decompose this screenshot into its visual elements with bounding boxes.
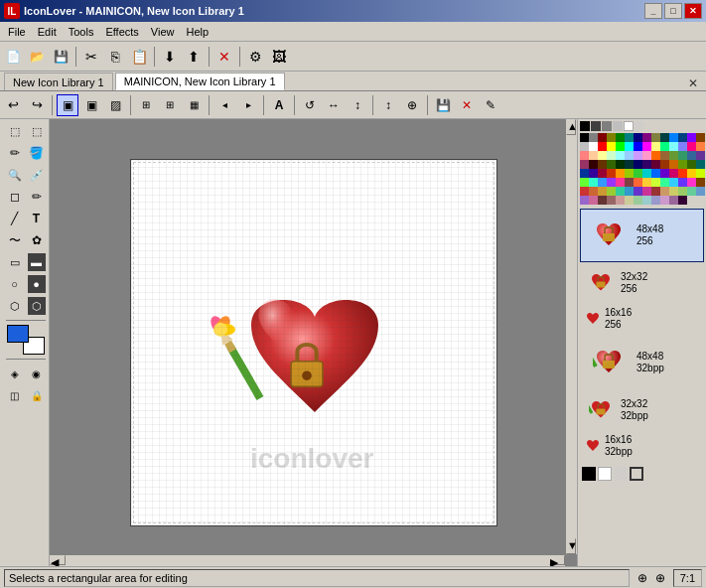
copy-button[interactable]: ⎘ (104, 46, 126, 68)
palette-color-50[interactable] (651, 160, 660, 169)
palette-color-106[interactable] (651, 196, 660, 205)
grid1-button[interactable]: ⊞ (135, 94, 157, 116)
transparent-color[interactable] (635, 121, 644, 131)
palette-color-73[interactable] (607, 178, 616, 187)
palette-color-56[interactable] (580, 169, 589, 178)
dropper-tool[interactable]: 💉 (27, 165, 47, 185)
palette-color-82[interactable] (687, 178, 696, 187)
palette-color-8[interactable] (651, 133, 660, 142)
palette-color-14[interactable] (580, 142, 589, 151)
new-button[interactable]: 📄 (2, 46, 24, 68)
palette-color-13[interactable] (696, 133, 705, 142)
delete2-button[interactable]: ✕ (456, 94, 478, 116)
white-swatch[interactable] (598, 467, 612, 481)
palette-color-53[interactable] (678, 160, 687, 169)
rotate-button[interactable]: ↺ (299, 94, 321, 116)
move-left[interactable]: ◂ (213, 94, 235, 116)
palette-color-65[interactable] (660, 169, 669, 178)
paste-button[interactable]: 📋 (128, 46, 150, 68)
palette-color-15[interactable] (589, 142, 598, 151)
save-button[interactable]: 💾 (50, 46, 71, 68)
palette-color-84[interactable] (580, 187, 589, 196)
palette-color-55[interactable] (696, 160, 705, 169)
palette-color-107[interactable] (660, 196, 669, 205)
palette-color-29[interactable] (589, 151, 598, 160)
palette-color-36[interactable] (651, 151, 660, 160)
palette-color-57[interactable] (589, 169, 598, 178)
export-button[interactable]: ⬆ (183, 46, 205, 68)
palette-color-81[interactable] (678, 178, 687, 187)
palette-color-6[interactable] (634, 133, 642, 142)
menu-edit[interactable]: Edit (32, 24, 63, 40)
minimize-button[interactable]: _ (644, 3, 662, 19)
palette-color-59[interactable] (607, 169, 616, 178)
rect-fill-tool[interactable]: ▬ (27, 252, 47, 272)
palette-color-93[interactable] (660, 187, 669, 196)
palette-color-41[interactable] (696, 151, 705, 160)
white-color[interactable] (624, 121, 634, 131)
palette-color-12[interactable] (687, 133, 696, 142)
palette-color-46[interactable] (616, 160, 625, 169)
scroll-up-button[interactable]: ▲ (566, 119, 576, 135)
zoom-in-button[interactable]: ⊕ (401, 94, 423, 116)
open-button[interactable]: 📂 (26, 46, 48, 68)
palette-color-105[interactable] (642, 196, 651, 205)
palette-color-78[interactable] (651, 178, 660, 187)
polygon-fill-tool[interactable]: ⬡ (27, 296, 47, 316)
palette-color-90[interactable] (634, 187, 642, 196)
select3-tool[interactable]: ▨ (104, 94, 126, 116)
palette-color-20[interactable] (634, 142, 642, 151)
palette-color-31[interactable] (607, 151, 616, 160)
palette-color-70[interactable] (580, 178, 589, 187)
gray-color[interactable] (602, 121, 612, 131)
icon-item-48-32bpp[interactable]: 48x48 32bpp (580, 336, 704, 389)
palette-color-60[interactable] (616, 169, 625, 178)
image-button[interactable]: 🖼 (268, 46, 290, 68)
black-swatch[interactable] (582, 467, 596, 481)
foreground-color[interactable] (7, 325, 29, 343)
stretch-button[interactable]: ↕ (377, 94, 399, 116)
grid2-button[interactable]: ⊞ (159, 94, 181, 116)
palette-color-79[interactable] (660, 178, 669, 187)
select2-tool[interactable]: ▣ (80, 94, 102, 116)
palette-color-97[interactable] (696, 187, 705, 196)
palette-color-4[interactable] (616, 133, 625, 142)
menu-file[interactable]: File (2, 24, 32, 40)
palette-color-45[interactable] (607, 160, 616, 169)
rect-outline-tool[interactable]: ▭ (5, 252, 25, 272)
menu-tools[interactable]: Tools (63, 24, 100, 40)
delete-button[interactable]: ✕ (213, 46, 235, 68)
ellipse-outline-tool[interactable]: ○ (5, 274, 25, 294)
palette-color-91[interactable] (642, 187, 651, 196)
palette-color-37[interactable] (660, 151, 669, 160)
palette-color-35[interactable] (642, 151, 651, 160)
palette-color-99[interactable] (589, 196, 598, 205)
palette-color-32[interactable] (616, 151, 625, 160)
extra-tool-1[interactable]: ◈ (5, 364, 25, 383)
scroll-left-button[interactable]: ◀ (50, 555, 66, 565)
palette-color-23[interactable] (660, 142, 669, 151)
palette-color-94[interactable] (669, 187, 678, 196)
palette-color-25[interactable] (678, 142, 687, 151)
palette-color-7[interactable] (642, 133, 651, 142)
palette-color-92[interactable] (651, 187, 660, 196)
palette-color-11[interactable] (678, 133, 687, 142)
palette-color-51[interactable] (660, 160, 669, 169)
menu-effects[interactable]: Effects (99, 24, 144, 40)
palette-color-96[interactable] (687, 187, 696, 196)
undo-button[interactable]: ↩ (2, 94, 24, 116)
palette-color-95[interactable] (678, 187, 687, 196)
color-selector[interactable] (7, 325, 45, 355)
dark-gray-color[interactable] (591, 121, 601, 131)
tab-mainicon[interactable]: MAINICON, New Icon Library 1 (115, 73, 285, 90)
palette-color-3[interactable] (607, 133, 616, 142)
palette-color-109[interactable] (678, 196, 687, 205)
polygon-outline-tool[interactable]: ⬡ (5, 296, 25, 316)
palette-color-87[interactable] (607, 187, 616, 196)
horizontal-scrollbar[interactable]: ◀ ▶ (50, 554, 565, 566)
border-swatch[interactable] (630, 467, 643, 481)
maximize-button[interactable]: □ (664, 3, 682, 19)
line-tool[interactable]: ╱ (5, 209, 25, 228)
palette-color-38[interactable] (669, 151, 678, 160)
palette-color-54[interactable] (687, 160, 696, 169)
